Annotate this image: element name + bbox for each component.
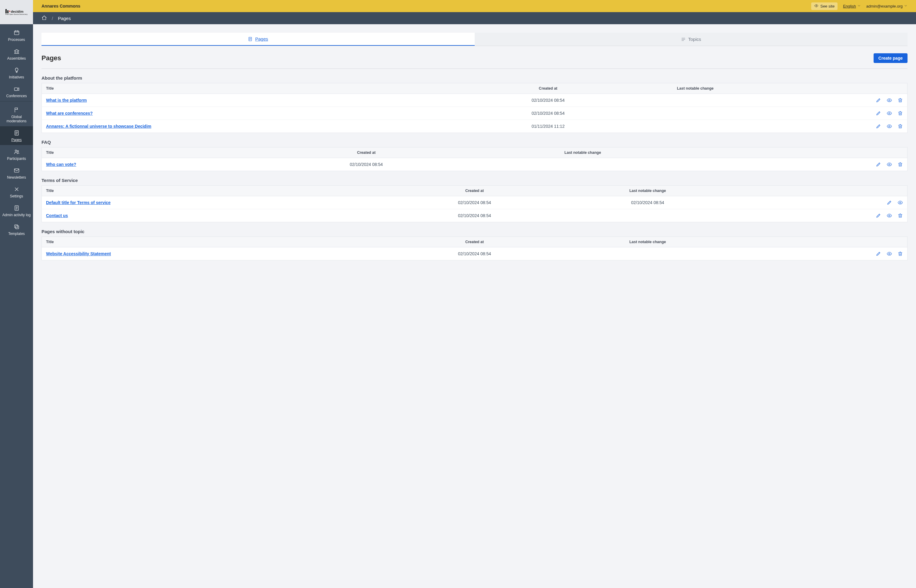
trash-icon (898, 97, 903, 103)
column-header: Title (42, 237, 388, 247)
edit-button[interactable] (887, 200, 892, 205)
language-selector[interactable]: English (843, 4, 861, 8)
user-email: admin@example.org (866, 4, 903, 8)
breadcrumb-home[interactable] (42, 15, 47, 21)
column-header: Created at (388, 186, 561, 196)
column-header: Created at (475, 83, 622, 94)
tab-pages-label: Pages (255, 36, 268, 42)
sidebar-item-label: Global moderations (1, 115, 32, 123)
tab-topics[interactable]: Topics (475, 33, 908, 46)
tab-pages[interactable]: Pages (42, 33, 475, 46)
table-row: Annares: A fictionnal universe to showca… (42, 120, 908, 133)
page-link[interactable]: Website Accessibility Statement (46, 251, 111, 256)
sidebar-item-admin-activity-log[interactable]: Admin activity log (0, 201, 33, 220)
eye-icon (887, 251, 892, 257)
page-link[interactable]: Annares: A fictionnal universe to showca… (46, 124, 151, 129)
calendar-flag-icon (14, 30, 20, 36)
edit-button[interactable] (876, 97, 881, 103)
table-row: What are conferences?02/10/2024 08:54 (42, 107, 908, 120)
section-title-tos: Terms of Service (42, 178, 908, 183)
breadcrumb-current: Pages (58, 16, 71, 21)
sidebar: decidim Free Open-Source Democracy Proce… (0, 0, 33, 588)
delete-button[interactable] (898, 97, 903, 103)
preview-button[interactable] (887, 251, 892, 257)
pencil-icon (887, 200, 892, 205)
pencil-icon (876, 110, 881, 116)
page-link[interactable]: Contact us (46, 213, 68, 218)
section-title-about: About the platform (42, 75, 908, 81)
edit-button[interactable] (876, 162, 881, 167)
edit-button[interactable] (876, 213, 881, 218)
text-icon (681, 37, 686, 42)
sidebar-item-participants[interactable]: Participants (0, 145, 33, 164)
sidebar-item-global-moderations[interactable]: Global moderations (0, 103, 33, 126)
column-header: Last notable change (621, 83, 769, 94)
preview-button[interactable] (887, 162, 892, 167)
page-link[interactable]: What are conferences? (46, 111, 93, 116)
flag-icon (14, 107, 20, 113)
logo-text: decidim (11, 10, 24, 13)
created-at: 02/10/2024 08:54 (258, 158, 475, 171)
sidebar-item-pages[interactable]: Pages (0, 126, 33, 145)
created-at: 01/11/2024 11:12 (475, 120, 622, 133)
delete-button[interactable] (898, 162, 903, 167)
preview-button[interactable] (887, 110, 892, 116)
sidebar-item-newsletters[interactable]: Newsletters (0, 164, 33, 183)
trash-icon (898, 213, 903, 218)
sidebar-item-processes[interactable]: Processes (0, 26, 33, 45)
user-menu[interactable]: admin@example.org (866, 4, 908, 8)
sidebar-item-assemblies[interactable]: Assemblies (0, 45, 33, 64)
delete-button[interactable] (898, 124, 903, 129)
section-title-notopic: Pages without topic (42, 229, 908, 234)
page-link[interactable]: Who can vote? (46, 162, 76, 167)
pencil-icon (876, 124, 881, 129)
edit-button[interactable] (876, 124, 881, 129)
last-change (561, 247, 734, 260)
logo-tagline: Free Open-Source Democracy (5, 13, 28, 15)
column-header: Last notable change (561, 237, 734, 247)
preview-button[interactable] (898, 200, 903, 205)
sidebar-item-label: Initiatives (9, 75, 24, 79)
edit-button[interactable] (876, 251, 881, 257)
preview-button[interactable] (887, 97, 892, 103)
eye-icon (887, 162, 892, 167)
breadcrumb: / Pages (33, 12, 916, 24)
sidebar-item-initiatives[interactable]: Initiatives (0, 64, 33, 82)
trash-icon (898, 162, 903, 167)
pencil-icon (876, 162, 881, 167)
logo[interactable]: decidim Free Open-Source Democracy (0, 0, 33, 24)
delete-button[interactable] (898, 251, 903, 257)
table-tos: TitleCreated atLast notable changeDefaul… (42, 185, 908, 222)
topbar: Annares Commons See site English admin@e… (33, 0, 916, 12)
column-header: Created at (258, 147, 475, 158)
delete-button[interactable] (898, 110, 903, 116)
bank-icon (14, 48, 20, 55)
preview-button[interactable] (887, 213, 892, 218)
table-about: TitleCreated atLast notable changeWhat i… (42, 83, 908, 133)
see-site-button[interactable]: See site (811, 2, 838, 10)
lightbulb-icon (14, 67, 20, 73)
page-title: Pages (42, 54, 61, 62)
table-row: Website Accessibility Statement02/10/202… (42, 247, 908, 260)
page-link[interactable]: Default title for Terms of service (46, 200, 110, 205)
sidebar-item-conferences[interactable]: Conferences (0, 82, 33, 101)
table-row: Default title for Terms of service02/10/… (42, 196, 908, 209)
eye-icon (814, 4, 819, 9)
column-header: Title (42, 147, 258, 158)
sidebar-item-label: Pages (11, 138, 21, 142)
delete-button[interactable] (898, 213, 903, 218)
see-site-label: See site (820, 4, 835, 8)
preview-button[interactable] (887, 124, 892, 129)
column-header: Last notable change (475, 147, 691, 158)
table-notopic: TitleCreated atLast notable changeWebsit… (42, 236, 908, 260)
edit-button[interactable] (876, 110, 881, 116)
page-link[interactable]: What is the platform (46, 98, 87, 103)
sidebar-item-settings[interactable]: Settings (0, 183, 33, 201)
eye-icon (887, 97, 892, 103)
created-at: 02/10/2024 08:54 (388, 209, 561, 222)
pencil-icon (876, 97, 881, 103)
sidebar-item-templates[interactable]: Templates (0, 220, 33, 239)
chevron-down-icon (904, 4, 908, 8)
create-page-button[interactable]: Create page (874, 53, 908, 63)
column-header (769, 83, 907, 94)
